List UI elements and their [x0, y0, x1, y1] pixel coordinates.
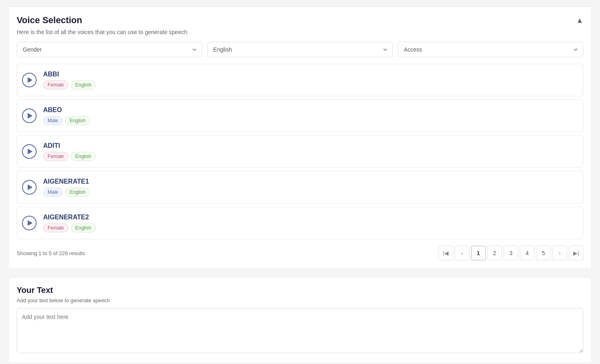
page-4-button[interactable]: 4	[520, 246, 535, 260]
last-page-button[interactable]: ▶|	[569, 246, 583, 260]
voice-selection-section: Voice Selection ▲ Here is the list of al…	[8, 6, 592, 269]
voice-info: ABBI Female English	[43, 71, 578, 89]
voice-info: ABEO Male English	[43, 106, 578, 125]
language-tag: English	[65, 116, 90, 125]
voice-name: AIGENERATE2	[43, 214, 578, 221]
voice-tags: Female English	[43, 152, 578, 161]
your-text-section: Your Text Add your text below to generat…	[8, 277, 592, 363]
language-tag: English	[65, 188, 90, 197]
gender-tag: Male	[43, 188, 63, 197]
page-5-button[interactable]: 5	[536, 246, 551, 260]
voice-item[interactable]: ABBI Female English	[17, 64, 583, 96]
pagination-controls: |◀ ‹ 1 2 3 4 5 › ▶|	[439, 246, 583, 260]
gender-tag: Female	[43, 223, 68, 232]
first-page-button[interactable]: |◀	[439, 246, 453, 260]
play-icon	[28, 149, 33, 154]
collapse-chevron-icon[interactable]: ▲	[576, 16, 583, 25]
page-3-button[interactable]: 3	[504, 246, 518, 260]
voice-name: ABBI	[43, 71, 578, 78]
play-button-abbi[interactable]	[22, 73, 37, 87]
play-button-aigenerate2[interactable]	[22, 216, 37, 230]
play-button-aditi[interactable]	[22, 144, 37, 159]
text-input[interactable]	[17, 308, 583, 353]
language-tag: English	[71, 152, 96, 161]
page-title: Voice Selection	[17, 15, 82, 26]
voice-name: ABEO	[43, 106, 578, 114]
voice-tags: Female English	[43, 223, 578, 232]
language-tag: English	[71, 80, 96, 89]
pagination-row: Showing 1 to 5 of 229 results |◀ ‹ 1 2 3…	[17, 246, 583, 260]
voice-item[interactable]: AIGENERATE2 Female English	[17, 207, 583, 239]
voice-info: ADITI Female English	[43, 142, 578, 161]
play-button-aigenerate1[interactable]	[22, 180, 37, 195]
voice-list: ABBI Female English ABEO Male English AD…	[17, 64, 583, 239]
voice-tags: Female English	[43, 80, 578, 89]
voice-tags: Male English	[43, 188, 578, 197]
gender-tag: Male	[43, 116, 63, 125]
gender-filter[interactable]: Gender Male Female	[17, 42, 202, 57]
voice-name: AIGENERATE1	[43, 178, 578, 185]
voice-name: ADITI	[43, 142, 578, 150]
play-icon	[28, 220, 33, 226]
voice-tags: Male English	[43, 116, 578, 125]
voice-item[interactable]: ABEO Male English	[17, 100, 583, 132]
gender-tag: Female	[43, 80, 68, 89]
voice-info: AIGENERATE1 Male English	[43, 178, 578, 197]
play-icon	[28, 113, 33, 119]
section-header: Voice Selection ▲	[17, 15, 583, 26]
play-button-abeo[interactable]	[22, 108, 37, 123]
gender-tag: Female	[43, 152, 68, 161]
your-text-subtitle: Add your text below to generate speech	[17, 297, 583, 303]
play-icon	[28, 77, 33, 83]
next-page-button[interactable]: ›	[552, 246, 567, 260]
voice-item[interactable]: ADITI Female English	[17, 135, 583, 168]
showing-text: Showing 1 to 5 of 229 results	[17, 250, 85, 256]
section-subtitle: Here is the list of all the voices that …	[17, 29, 583, 35]
language-tag: English	[71, 223, 96, 232]
your-text-title: Your Text	[17, 286, 583, 295]
page-2-button[interactable]: 2	[487, 246, 502, 260]
prev-page-button[interactable]: ‹	[455, 246, 469, 260]
page-1-button[interactable]: 1	[471, 246, 486, 260]
filters-row: Gender Male Female English Spanish Frenc…	[17, 42, 583, 57]
voice-info: AIGENERATE2 Female English	[43, 214, 578, 232]
play-icon	[28, 184, 33, 190]
language-filter[interactable]: English Spanish French German	[207, 42, 393, 57]
voice-item[interactable]: AIGENERATE1 Male English	[17, 171, 583, 204]
access-filter[interactable]: Access Free Premium	[398, 42, 583, 57]
